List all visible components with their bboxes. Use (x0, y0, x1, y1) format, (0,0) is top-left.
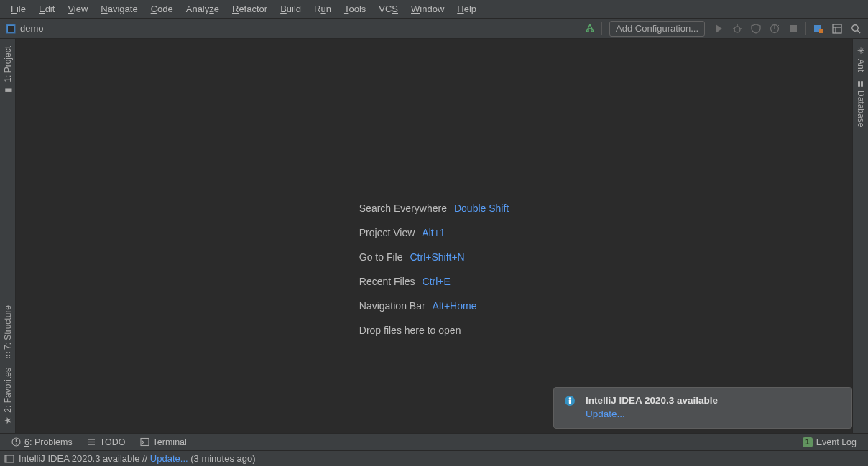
svg-point-20 (16, 444, 17, 445)
toolbar-separator (805, 22, 806, 35)
toolwindow-database[interactable]: ≣ Database (854, 76, 867, 131)
toolwindow-label: 1: Project (3, 46, 13, 83)
notification-update-link[interactable]: Update... (586, 409, 841, 419)
main-area: ▮ 1: Project ⠿ 7: Structure ★ 2: Favorit… (0, 39, 868, 433)
toolwindow-ant[interactable]: ✳ Ant (854, 42, 867, 76)
coverage-button[interactable] (747, 21, 765, 37)
run-config-combo[interactable]: Add Configuration... (609, 21, 705, 37)
status-bar: IntelliJ IDEA 2020.3 available // Update… (0, 450, 868, 466)
toolwindow-structure[interactable]: ⠿ 7: Structure (1, 301, 14, 363)
project-icon (6, 24, 16, 34)
stop-button[interactable] (784, 21, 803, 37)
menu-vcs[interactable]: VCS (372, 2, 405, 16)
navigation-bar: demo Add Configuration... (0, 19, 868, 39)
search-everywhere-button[interactable] (846, 21, 865, 37)
empty-state-hints: Search Everywhere Double Shift Project V… (359, 202, 509, 336)
right-tool-gutter: ✳ Ant ≣ Database (852, 39, 868, 433)
toolwindow-label: 6: Problems (24, 437, 73, 447)
hint-shortcut: Alt+1 (422, 227, 445, 238)
toolbar-separator (601, 22, 602, 35)
svg-rect-1 (8, 26, 14, 32)
svg-rect-10 (833, 24, 841, 33)
hint-navigation-bar: Navigation Bar Alt+Home (359, 300, 509, 312)
svg-point-13 (852, 24, 858, 30)
profile-button[interactable] (765, 21, 784, 37)
left-tool-gutter: ▮ 1: Project ⠿ 7: Structure ★ 2: Favorit… (0, 39, 16, 433)
info-icon (564, 395, 576, 406)
toolwindow-favorites[interactable]: ★ 2: Favorites (1, 363, 14, 430)
warning-icon (11, 437, 21, 447)
structure-icon: ⠿ (4, 351, 11, 361)
build-button[interactable] (581, 21, 599, 37)
menu-code[interactable]: Code (144, 2, 180, 16)
menu-help[interactable]: Help (451, 2, 483, 16)
menu-analyze[interactable]: Analyze (180, 2, 226, 16)
toolwindow-label: Event Log (816, 437, 857, 447)
menu-view[interactable]: View (61, 2, 94, 16)
folder-icon: ▮ (3, 85, 13, 95)
menu-tools[interactable]: Tools (338, 2, 372, 16)
bottom-tool-bar: 6: Problems TODO Terminal 1 Event Log (0, 433, 868, 450)
hint-shortcut: Alt+Home (433, 300, 477, 312)
menu-navigate[interactable]: Navigate (94, 2, 144, 16)
list-icon (87, 437, 96, 447)
svg-rect-9 (819, 29, 823, 33)
status-update-link[interactable]: Update... (150, 453, 188, 464)
svg-point-2 (734, 27, 740, 32)
menu-bar: File Edit View Navigate Code Analyze Ref… (0, 0, 868, 19)
toolwindow-event-log[interactable]: 1 Event Log (795, 437, 864, 447)
hint-label: Project View (359, 227, 415, 238)
star-icon: ★ (3, 416, 13, 426)
hint-label: Search Everywhere (359, 202, 447, 214)
toolwindow-todo[interactable]: TODO (80, 437, 133, 447)
menu-edit[interactable]: Edit (32, 2, 61, 16)
svg-rect-24 (141, 439, 149, 446)
toolwindow-label: 7: Structure (3, 305, 13, 350)
run-config-label: Add Configuration... (616, 23, 698, 34)
hint-go-to-file: Go to File Ctrl+Shift+N (359, 251, 509, 263)
hint-shortcut: Double Shift (454, 202, 509, 214)
ant-icon: ✳ (856, 46, 866, 56)
hint-label: Go to File (359, 251, 403, 263)
toolwindow-label: Ant (856, 59, 866, 72)
project-name[interactable]: demo (20, 23, 44, 34)
toolwindow-label: 2: Favorites (3, 368, 13, 413)
database-icon: ≣ (856, 80, 866, 88)
svg-rect-17 (569, 399, 571, 404)
menu-window[interactable]: Window (405, 2, 451, 16)
menu-refactor[interactable]: Refactor (226, 2, 274, 16)
toolwindows-toggle-icon[interactable] (4, 454, 14, 464)
hint-shortcut: Ctrl+Shift+N (410, 251, 464, 263)
notification-balloon[interactable]: IntelliJ IDEA 2020.3 available Update... (553, 387, 852, 429)
toolwindow-label: Database (856, 90, 866, 127)
toolwindow-label: Terminal (153, 437, 187, 447)
menu-run[interactable]: Run (308, 2, 338, 16)
toolwindow-label: TODO (100, 437, 126, 447)
hint-label: Navigation Bar (359, 300, 425, 312)
status-message: IntelliJ IDEA 2020.3 available // Update… (19, 453, 256, 464)
editor-empty-state: Search Everywhere Double Shift Project V… (16, 39, 852, 433)
drop-files-hint: Drop files here to open (359, 325, 509, 336)
run-button[interactable] (709, 21, 728, 37)
toolwindow-problems[interactable]: 6: Problems (4, 437, 80, 447)
debug-button[interactable] (728, 21, 747, 37)
hint-recent-files: Recent Files Ctrl+E (359, 276, 509, 287)
project-structure-button[interactable] (828, 21, 846, 37)
svg-rect-26 (5, 455, 7, 462)
hint-project-view: Project View Alt+1 (359, 227, 509, 238)
menu-build[interactable]: Build (274, 2, 308, 16)
toolwindow-terminal[interactable]: Terminal (133, 437, 194, 447)
menu-file[interactable]: File (4, 2, 32, 16)
hint-shortcut: Ctrl+E (423, 276, 451, 287)
hint-label: Recent Files (359, 276, 415, 287)
svg-point-16 (569, 397, 571, 399)
notification-title: IntelliJ IDEA 2020.3 available (586, 395, 841, 406)
svg-line-14 (857, 30, 860, 33)
event-count-badge: 1 (803, 437, 813, 447)
hint-search-everywhere: Search Everywhere Double Shift (359, 202, 509, 214)
toolwindow-project[interactable]: ▮ 1: Project (1, 42, 14, 100)
terminal-icon (140, 437, 149, 447)
svg-rect-7 (790, 25, 797, 32)
vcs-update-button[interactable] (809, 21, 828, 37)
